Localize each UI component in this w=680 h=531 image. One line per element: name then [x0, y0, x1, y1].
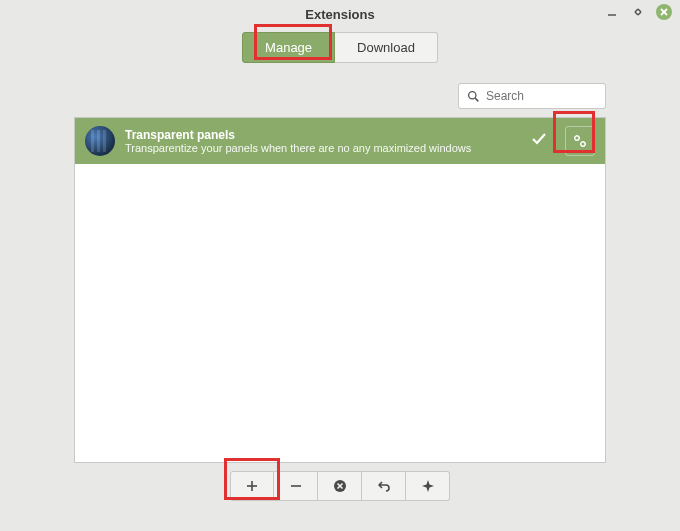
plus-icon — [246, 480, 258, 492]
search-input[interactable] — [486, 89, 597, 103]
svg-point-6 — [581, 142, 585, 146]
extension-text: Transparent panels Transparentize your p… — [125, 128, 513, 154]
extensions-list: Transparent panels Transparentize your p… — [74, 117, 606, 463]
undo-icon — [377, 479, 391, 493]
circle-x-icon — [333, 479, 347, 493]
window-controls — [604, 4, 672, 20]
disable-button[interactable] — [318, 471, 362, 501]
tab-bar: Manage Download — [0, 28, 680, 71]
svg-point-5 — [575, 136, 579, 140]
info-button[interactable] — [406, 471, 450, 501]
tab-download[interactable]: Download — [335, 32, 438, 63]
add-button[interactable] — [230, 471, 274, 501]
search-icon — [467, 90, 480, 103]
tab-manage[interactable]: Manage — [242, 32, 335, 63]
remove-button[interactable] — [274, 471, 318, 501]
close-button[interactable] — [656, 4, 672, 20]
search-row — [0, 71, 680, 117]
extension-description: Transparentize your panels when there ar… — [125, 142, 513, 154]
settings-button[interactable] — [565, 126, 595, 156]
extension-item[interactable]: Transparent panels Transparentize your p… — [75, 118, 605, 164]
toolbar — [74, 471, 606, 501]
check-icon — [523, 131, 555, 151]
undo-button[interactable] — [362, 471, 406, 501]
search-box[interactable] — [458, 83, 606, 109]
titlebar: Extensions — [0, 0, 680, 28]
extension-icon — [85, 126, 115, 156]
gear-icon — [572, 133, 588, 149]
svg-point-3 — [469, 91, 476, 98]
maximize-button[interactable] — [630, 4, 646, 20]
extension-title: Transparent panels — [125, 128, 513, 142]
sparkle-icon — [421, 479, 435, 493]
window-title: Extensions — [305, 7, 374, 22]
minimize-button[interactable] — [604, 4, 620, 20]
svg-line-4 — [475, 98, 478, 101]
minus-icon — [290, 480, 302, 492]
